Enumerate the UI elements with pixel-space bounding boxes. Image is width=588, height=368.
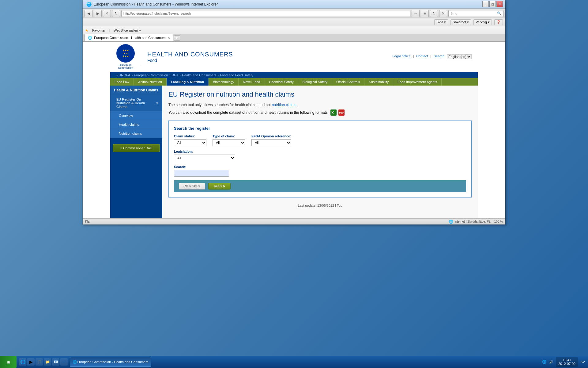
browser-window: 🌐 European Commission - Health and Consu… [83, 0, 505, 224]
button-bar: Clear filters search [174, 180, 466, 192]
nav-novel-food[interactable]: Novel Food [239, 78, 265, 86]
star-icon: ★ [85, 28, 89, 33]
file-manager-quick-launch[interactable]: 📁 [44, 358, 51, 366]
nav-sustainability[interactable]: Sustainability [364, 78, 393, 86]
nav-biotech[interactable]: Biotechnology [209, 78, 239, 86]
search-field-label: Search: [174, 165, 466, 169]
efsa-label: EFSA Opinion reference: [251, 134, 291, 138]
address-bar[interactable]: http://ec.europa.eu/nuhclaims/?event=sea… [121, 10, 410, 17]
stop2-button[interactable]: ✕ [439, 10, 447, 17]
new-tab-button[interactable]: + [174, 35, 180, 41]
maximize-button[interactable]: □ [489, 1, 496, 7]
legislation-select[interactable]: All Regulation (EC) No 1924/2006 [174, 155, 235, 161]
breadcrumb: EUROPA › European Commission › DGs › Hea… [110, 72, 478, 78]
efsa-select[interactable]: All [251, 139, 291, 146]
nav-animal-nutrition[interactable]: Animal Nutrition [134, 78, 167, 86]
webslice-item[interactable]: WebSlice-galleri » [114, 29, 141, 32]
search-button[interactable]: search [208, 183, 231, 190]
minimize-button[interactable]: _ [482, 1, 489, 7]
start-button[interactable]: ⊞ [0, 356, 17, 368]
pdf-download-icon[interactable]: PDF [338, 109, 345, 116]
taskbar-volume-icon: 🔊 [549, 360, 553, 364]
sidebar-item-nutrition-claims[interactable]: Nutrition claims [110, 129, 162, 138]
outlook-quick-launch[interactable]: 📧 [52, 358, 59, 366]
commissioner-button[interactable]: » Commissioner Dalli [113, 144, 160, 152]
breadcrumb-health[interactable]: Health and Consumers [182, 73, 217, 77]
taskbar-network-icon: 🌐 [542, 360, 547, 364]
sidebar-item-overview[interactable]: Overview [110, 111, 162, 120]
status-right: 🌐 Internet | Skyddat läge: På 100 % [449, 220, 503, 224]
svg-text:X: X [331, 111, 334, 115]
sidebar-item-health-claims[interactable]: Health claims [110, 120, 162, 129]
back-button[interactable]: ◀ [85, 10, 92, 17]
legal-notice-link[interactable]: Legal notice [392, 54, 410, 58]
search-link[interactable]: Search [434, 54, 444, 58]
tab-close-button[interactable]: ✕ [168, 36, 170, 40]
nutrition-claims-link[interactable]: nutrition claims [272, 103, 296, 107]
clock-time: 13:41 [558, 358, 575, 362]
window-title: European Commission - Health and Consume… [93, 2, 218, 6]
nav-official-controls[interactable]: Official Controls [332, 78, 364, 86]
breadcrumb-commission[interactable]: European Commission [134, 73, 168, 77]
nav-biological-safety[interactable]: Biological Safety [298, 78, 332, 86]
claim-status-label: Claim status: [174, 134, 206, 138]
clear-filters-button[interactable]: Clear filters [179, 183, 205, 190]
favorites-bar: ★ Favoriter | WebSlice-galleri » [83, 26, 505, 34]
start-label: ⊞ [7, 360, 10, 364]
active-tab[interactable]: 🌐 European Commission - Health and Consu… [85, 34, 173, 41]
taskbar-items: 🌐 ▶ 🎵 📁 📧 W 🌐 European Commission - Heal… [17, 357, 539, 367]
winamp-quick-launch[interactable]: 🎵 [36, 358, 43, 366]
contact-link[interactable]: Contact [416, 54, 428, 58]
favorites-label[interactable]: Favoriter [92, 29, 105, 32]
claim-status-group: Claim status: All Authorised Not authori… [174, 134, 206, 146]
search-input[interactable] [174, 170, 229, 177]
stop-button[interactable]: ✕ [103, 10, 111, 17]
page-header: ★★★★ ★★★★ EuropeanCommission HEALTH AND … [110, 42, 478, 72]
help-button[interactable]: ❓ [494, 19, 503, 25]
nav-food-improvement[interactable]: Food Improvement Agents [393, 78, 442, 86]
ie-quick-launch[interactable]: 🌐 [19, 358, 26, 366]
site-title: HEALTH AND CONSUMERS [147, 51, 233, 58]
sidebar-label-overview: Overview [119, 114, 133, 117]
nav-labelling[interactable]: Labelling & Nutrition [167, 78, 209, 86]
tab-bar: 🌐 European Commission - Health and Consu… [83, 34, 505, 42]
status-zone: 🌐 Internet | Skyddat läge: På [449, 220, 491, 224]
sidebar-item-eu-register[interactable]: EU Register On Nutrition & Health Claims… [110, 95, 162, 111]
breadcrumb-europa[interactable]: EUROPA [116, 73, 130, 77]
sidebar-label-nutrition-claims: Nutrition claims [119, 132, 142, 135]
language-selector[interactable]: English (en) [447, 54, 472, 59]
forward-button[interactable]: ▶ [94, 10, 102, 17]
status-text: Klar [85, 220, 91, 223]
search-register-title: Search the register [174, 126, 466, 131]
nav-chemical-safety[interactable]: Chemical Safety [265, 78, 298, 86]
type-of-claim-select[interactable]: All Article 13(1) Article 13(5) Article … [213, 139, 245, 146]
refresh-button[interactable]: ↻ [112, 10, 120, 17]
word-quick-launch[interactable]: W [60, 358, 68, 366]
tab-label: European Commission - Health and Consume… [94, 36, 166, 40]
search-register: Search the register Claim status: All Au… [168, 121, 472, 197]
zone-text: Internet | Skyddat läge: På [454, 220, 491, 223]
close-button[interactable]: ✕ [496, 1, 503, 7]
media-player-quick-launch[interactable]: ▶ [27, 358, 35, 366]
description-text: The search tool only allows searches for… [168, 102, 472, 108]
page-button[interactable]: Sida ▾ [434, 19, 448, 25]
active-window-taskbar[interactable]: 🌐 European Commission - Health and Consu… [70, 357, 151, 367]
compatibility-button[interactable]: ⊞ [421, 10, 429, 17]
nav-food-law[interactable]: Food Law [110, 78, 134, 86]
sidebar-item-health-nutrition[interactable]: Health & Nutrition Claims [110, 86, 162, 95]
breadcrumb-food[interactable]: Food and Feed Safety [220, 73, 253, 77]
claim-status-select[interactable]: All Authorised Not authorised On hold [174, 139, 206, 146]
browser-search-box[interactable]: Bing 🔍 [448, 10, 503, 17]
safety-button[interactable]: Säkerhet ▾ [450, 19, 471, 25]
sidebar-label-health-nutrition: Health & Nutrition Claims [114, 88, 158, 92]
refresh2-button[interactable]: ↻ [430, 10, 438, 17]
go-button[interactable]: → [412, 10, 420, 17]
breadcrumb-dgs[interactable]: DGs [172, 73, 178, 77]
tools-button[interactable]: Verktyg ▾ [473, 19, 492, 25]
page-content: ★★★★ ★★★★ EuropeanCommission HEALTH AND … [110, 42, 478, 218]
sidebar: Health & Nutrition Claims EU Register On… [110, 86, 162, 218]
excel-download-icon[interactable]: X [330, 109, 337, 116]
header-logo: ★★★★ ★★★★ EuropeanCommission HEALTH AND … [116, 44, 233, 69]
efsa-group: EFSA Opinion reference: All [251, 134, 291, 146]
clock-date: 2012-07-02 [558, 362, 575, 366]
